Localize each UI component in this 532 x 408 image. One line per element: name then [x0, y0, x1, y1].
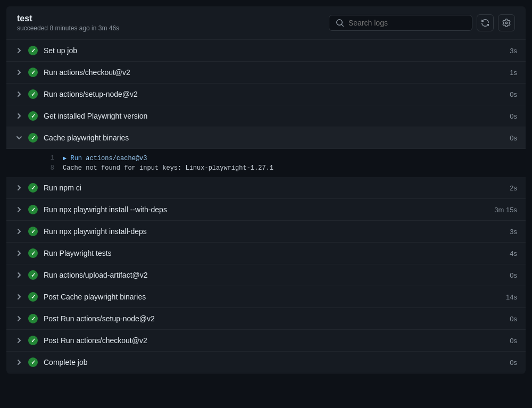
status-icon	[28, 89, 38, 99]
job-duration: 0s	[485, 337, 517, 345]
job-name: Run npx playwright install --with-deps	[44, 205, 485, 214]
job-row[interactable]: Post Run actions/setup-node@v20s	[6, 308, 526, 330]
refresh-icon	[481, 19, 489, 27]
job-duration: 2s	[485, 184, 517, 192]
status-icon	[28, 292, 38, 302]
status-icon	[28, 45, 38, 56]
job-duration: 14s	[485, 293, 517, 301]
search-icon	[336, 19, 344, 27]
chevron-icon	[15, 205, 23, 214]
job-name: Run Playwright tests	[44, 249, 485, 257]
job-duration: 0s	[485, 134, 517, 142]
log-lines: 1▶ Run actions/cache@v38Cache not found …	[6, 149, 526, 177]
status-icon	[28, 357, 38, 368]
job-row[interactable]: Run Playwright tests4s	[6, 243, 526, 264]
job-name: Post Run actions/setup-node@v2	[44, 314, 485, 323]
main-container: test succeeded 8 minutes ago in 3m 46s	[6, 6, 526, 373]
job-row[interactable]: Run actions/checkout@v21s	[6, 62, 526, 84]
job-row[interactable]: Set up job3s	[6, 40, 526, 62]
page-title: test	[17, 14, 119, 23]
status-icon	[28, 111, 38, 121]
chevron-icon	[15, 358, 23, 367]
chevron-icon	[15, 293, 23, 301]
status-icon	[28, 335, 38, 346]
status-icon	[28, 226, 38, 237]
page-subtitle: succeeded 8 minutes ago in 3m 46s	[17, 24, 119, 32]
log-line: 8Cache not found for input keys: Linux-p…	[6, 163, 526, 173]
job-name: Post Run actions/checkout@v2	[44, 336, 485, 345]
settings-button[interactable]	[498, 14, 515, 31]
header-right	[329, 14, 515, 31]
log-line: 1▶ Run actions/cache@v3	[6, 153, 526, 163]
status-icon	[28, 204, 38, 215]
status-icon	[28, 248, 38, 259]
job-name: Set up job	[44, 46, 485, 55]
job-duration: 0s	[485, 90, 517, 98]
status-icon	[28, 270, 38, 280]
job-name: Run npm ci	[44, 184, 485, 192]
job-row[interactable]: Post Run actions/checkout@v20s	[6, 330, 526, 352]
job-duration: 3m 15s	[485, 206, 517, 214]
job-duration: 0s	[485, 271, 517, 279]
chevron-icon	[15, 314, 23, 323]
search-box	[329, 15, 472, 31]
job-name: Run actions/upload-artifact@v2	[44, 271, 485, 279]
job-row[interactable]: Run npx playwright install --with-deps3m…	[6, 199, 526, 221]
job-name: Post Cache playwright binaries	[44, 293, 485, 301]
job-name: Get installed Playwright version	[44, 112, 485, 120]
header: test succeeded 8 minutes ago in 3m 46s	[6, 6, 526, 40]
chevron-icon	[15, 90, 23, 98]
job-name: Run actions/setup-node@v2	[44, 90, 485, 98]
job-duration: 3s	[485, 47, 517, 55]
job-row[interactable]: Run npx playwright install-deps3s	[6, 221, 526, 243]
log-line-content: Cache not found for input keys: Linux-pl…	[63, 164, 273, 172]
job-row[interactable]: Cache playwright binaries0s	[6, 127, 526, 149]
job-name: Complete job	[44, 358, 485, 367]
log-line-content: ▶ Run actions/cache@v3	[63, 154, 147, 162]
header-left: test succeeded 8 minutes ago in 3m 46s	[17, 14, 119, 32]
job-duration: 4s	[485, 249, 517, 257]
job-row[interactable]: Run npm ci2s	[6, 177, 526, 199]
refresh-button[interactable]	[477, 14, 494, 31]
log-line-number: 1	[38, 154, 54, 162]
chevron-icon	[15, 249, 23, 257]
job-row[interactable]: Get installed Playwright version0s	[6, 105, 526, 127]
chevron-icon	[15, 46, 23, 55]
chevron-icon	[15, 184, 23, 192]
job-duration: 1s	[485, 69, 517, 77]
jobs-list: Set up job3sRun actions/checkout@v21sRun…	[6, 40, 526, 373]
job-duration: 3s	[485, 228, 517, 236]
search-input[interactable]	[348, 19, 466, 27]
job-duration: 0s	[485, 359, 517, 367]
status-icon	[28, 182, 38, 193]
chevron-icon	[15, 336, 23, 345]
job-row[interactable]: Post Cache playwright binaries14s	[6, 286, 526, 308]
job-row[interactable]: Run actions/upload-artifact@v20s	[6, 264, 526, 286]
job-duration: 0s	[485, 315, 517, 323]
log-line-number: 8	[38, 164, 54, 172]
chevron-icon	[15, 227, 23, 236]
job-name: Cache playwright binaries	[44, 134, 485, 142]
chevron-icon	[15, 68, 23, 77]
chevron-icon	[15, 271, 23, 279]
chevron-icon	[15, 134, 23, 142]
job-name: Run actions/checkout@v2	[44, 68, 485, 77]
job-name: Run npx playwright install-deps	[44, 227, 485, 236]
job-duration: 0s	[485, 112, 517, 120]
job-row[interactable]: Complete job0s	[6, 352, 526, 373]
settings-icon	[502, 19, 511, 27]
chevron-icon	[15, 112, 23, 120]
status-icon	[28, 132, 38, 143]
job-row[interactable]: Run actions/setup-node@v20s	[6, 84, 526, 105]
status-icon	[28, 313, 38, 324]
status-icon	[28, 67, 38, 78]
